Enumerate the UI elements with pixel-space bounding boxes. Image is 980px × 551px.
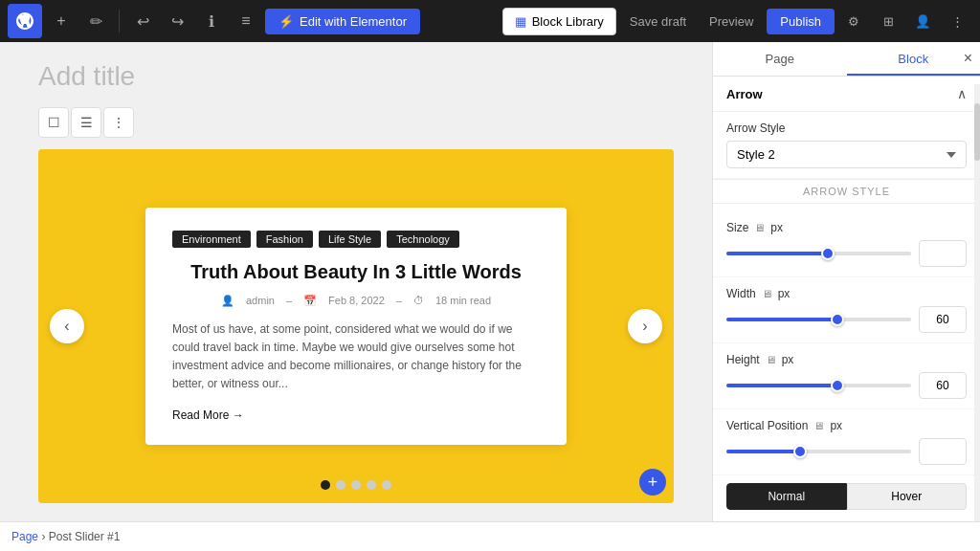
tag-environment: Environment	[172, 231, 251, 248]
add-title[interactable]: Add title	[38, 61, 674, 92]
vpos-slider-thumb[interactable]	[793, 445, 807, 458]
elementor-icon: ⚡	[278, 14, 294, 29]
width-slider-thumb[interactable]	[831, 313, 844, 326]
height-slider-track[interactable]	[726, 384, 911, 387]
redo-btn[interactable]: ↪	[162, 6, 192, 36]
hover-state-btn[interactable]: Hover	[847, 483, 968, 510]
arrow-style-group: Arrow Style Style 2 Style 1 Style 3	[713, 112, 980, 179]
breadcrumb-post: Post Slider #1	[49, 530, 121, 543]
tab-page[interactable]: Page	[713, 42, 847, 76]
block-tool-more-btn[interactable]: ⋮	[103, 107, 134, 138]
meta-date-icon: 📅	[303, 295, 317, 307]
tag-lifestyle: Life Style	[319, 231, 381, 248]
height-input[interactable]	[919, 372, 967, 399]
vpos-slider-track[interactable]	[726, 450, 911, 453]
vpos-slider-row	[726, 438, 967, 465]
right-panel: Page Block × Arrow ∧ Arrow Style Style 2…	[712, 42, 980, 521]
grid-icon-btn[interactable]: ⊞	[873, 6, 903, 36]
size-input[interactable]	[919, 240, 967, 267]
height-responsive-icon[interactable]: 🖥	[766, 354, 776, 365]
panel-scrollable: Arrow ∧ Arrow Style Style 2 Style 1 Styl…	[713, 77, 980, 521]
read-more-link[interactable]: Read More →	[172, 408, 540, 422]
slide-title: Truth About Beauty In 3 Little Words	[172, 261, 540, 283]
height-label: Height 🖥 px	[726, 353, 967, 366]
edit-with-elementor-btn[interactable]: ⚡ Edit with Elementor	[265, 9, 420, 34]
slider-arrow-right[interactable]: ›	[628, 309, 662, 343]
panel-close-btn[interactable]: ×	[964, 50, 972, 67]
editor-area: Add title ☐ ☰ ⋮ ‹ Environment Fashion Li…	[0, 42, 712, 521]
size-responsive-icon[interactable]: 🖥	[754, 222, 765, 233]
panel-scrollbar[interactable]	[974, 84, 980, 521]
panel-scrollbar-thumb	[974, 103, 980, 161]
arrow-style-select[interactable]: Style 2 Style 1 Style 3	[726, 141, 967, 168]
meta-author: admin	[246, 295, 275, 306]
height-slider-thumb[interactable]	[831, 379, 844, 392]
dot-4[interactable]	[367, 480, 376, 490]
undo-btn[interactable]: ↩	[127, 6, 158, 36]
publish-btn[interactable]: Publish	[767, 9, 835, 34]
width-responsive-icon[interactable]: 🖥	[762, 288, 772, 299]
height-slider-fill	[726, 384, 837, 387]
size-slider-track[interactable]	[726, 252, 911, 255]
dot-1[interactable]	[321, 480, 330, 490]
pen-toolbar-btn[interactable]: ✏	[80, 6, 111, 36]
block-tool-align-btn[interactable]: ☰	[71, 107, 101, 138]
tag-fashion: Fashion	[256, 231, 313, 248]
add-block-btn[interactable]: +	[639, 469, 666, 496]
block-tool-layout-btn[interactable]: ☐	[38, 107, 69, 138]
user-icon-btn[interactable]: 👤	[907, 6, 938, 36]
slide-excerpt: Most of us have, at some point, consider…	[172, 320, 540, 394]
state-buttons: Normal Hover	[713, 475, 980, 518]
preview-btn[interactable]: Preview	[700, 9, 763, 34]
edit-btn-label: Edit with Elementor	[300, 14, 407, 29]
size-slider-fill	[726, 252, 828, 255]
slider-arrow-left[interactable]: ‹	[50, 309, 84, 343]
size-group: Size 🖥 px	[713, 211, 980, 277]
arrow-section-header: Arrow ∧	[713, 77, 980, 112]
block-library-label: Block Library	[532, 14, 604, 29]
normal-state-btn[interactable]: Normal	[726, 483, 847, 510]
main-container: Add title ☐ ☰ ⋮ ‹ Environment Fashion Li…	[0, 42, 980, 521]
save-draft-btn[interactable]: Save draft	[620, 9, 696, 34]
section-collapse-btn[interactable]: ∧	[957, 86, 967, 101]
vpos-input[interactable]	[919, 438, 967, 465]
block-toolbar: ☐ ☰ ⋮	[38, 107, 674, 138]
slider-container: ‹ Environment Fashion Life Style Technol…	[38, 149, 674, 503]
width-slider-track[interactable]	[726, 318, 911, 321]
slide-meta: 👤 admin – 📅 Feb 8, 2022 – ⏱ 18 min read	[172, 295, 540, 307]
width-input[interactable]	[919, 306, 967, 333]
width-slider-fill	[726, 318, 837, 321]
tab-active-indicator	[847, 74, 981, 76]
tab-block[interactable]: Block	[847, 42, 981, 76]
add-block-toolbar-btn[interactable]: +	[46, 6, 77, 36]
meta-sep2: –	[396, 295, 402, 306]
dot-5[interactable]	[382, 480, 391, 490]
width-label: Width 🖥 px	[726, 287, 967, 300]
slide-card: Environment Fashion Life Style Technolog…	[145, 208, 567, 446]
wp-logo[interactable]	[8, 4, 42, 38]
dot-2[interactable]	[336, 480, 345, 490]
meta-read-icon: ⏱	[413, 295, 424, 306]
meta-author-icon: 👤	[221, 295, 234, 307]
size-slider-thumb[interactable]	[821, 247, 835, 260]
breadcrumb-page-link[interactable]: Page	[11, 530, 38, 543]
list-btn[interactable]: ≡	[231, 6, 261, 36]
meta-read: 18 min read	[435, 295, 491, 306]
tag-technology: Technology	[387, 231, 459, 248]
arrow-style-divider: ARROW STYLE	[713, 179, 980, 204]
size-slider-row	[726, 240, 967, 267]
vpos-responsive-icon[interactable]: 🖥	[813, 420, 824, 431]
vertical-position-label: Vertical Position 🖥 px	[726, 419, 967, 432]
breadcrumb: Page › Post Slider #1	[0, 521, 980, 551]
slide-tags: Environment Fashion Life Style Technolog…	[172, 231, 540, 248]
settings-icon-btn[interactable]: ⚙	[838, 6, 869, 36]
height-group: Height 🖥 px	[713, 343, 980, 409]
section-title: Arrow	[726, 87, 763, 101]
meta-date: Feb 8, 2022	[328, 295, 385, 306]
block-library-btn[interactable]: ▦ Block Library	[502, 8, 616, 35]
breadcrumb-sep: ›	[41, 530, 48, 543]
dot-3[interactable]	[351, 480, 361, 490]
info-btn[interactable]: ℹ	[196, 6, 227, 36]
toolbar-sep-1	[119, 10, 120, 33]
more-options-btn[interactable]: ⋮	[942, 6, 972, 36]
